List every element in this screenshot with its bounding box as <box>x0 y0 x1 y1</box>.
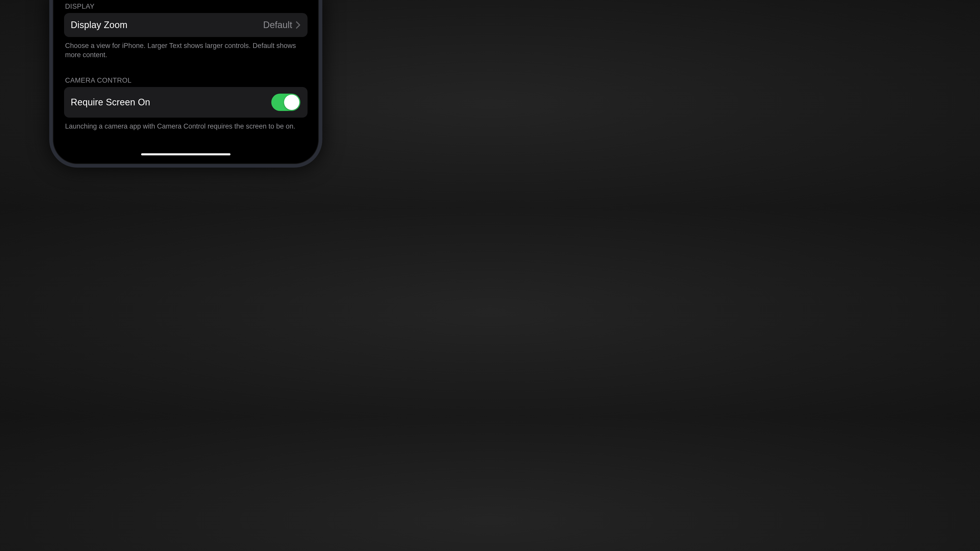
display-section-footer: Choose a view for iPhone. Larger Text sh… <box>64 37 307 60</box>
display-zoom-row[interactable]: Display Zoom Default <box>64 13 307 37</box>
require-screen-on-row: Require Screen On <box>64 87 307 118</box>
display-zoom-right: Default <box>263 20 301 30</box>
display-zoom-value: Default <box>263 20 292 30</box>
section-header-camera-control: CAMERA CONTROL <box>64 76 307 87</box>
settings-screen: DISPLAY Display Zoom Default Choose a vi… <box>53 0 319 154</box>
require-screen-on-toggle[interactable] <box>271 94 301 111</box>
toggle-knob <box>284 95 299 110</box>
require-screen-on-label: Require Screen On <box>71 97 150 108</box>
section-spacer <box>64 60 307 76</box>
display-zoom-label: Display Zoom <box>71 20 127 30</box>
section-header-display: DISPLAY <box>64 3 307 13</box>
chevron-right-icon <box>296 21 301 29</box>
phone-frame: DISPLAY Display Zoom Default Choose a vi… <box>49 0 322 168</box>
camera-control-section-footer: Launching a camera app with Camera Contr… <box>64 118 307 131</box>
home-indicator[interactable] <box>141 153 231 156</box>
